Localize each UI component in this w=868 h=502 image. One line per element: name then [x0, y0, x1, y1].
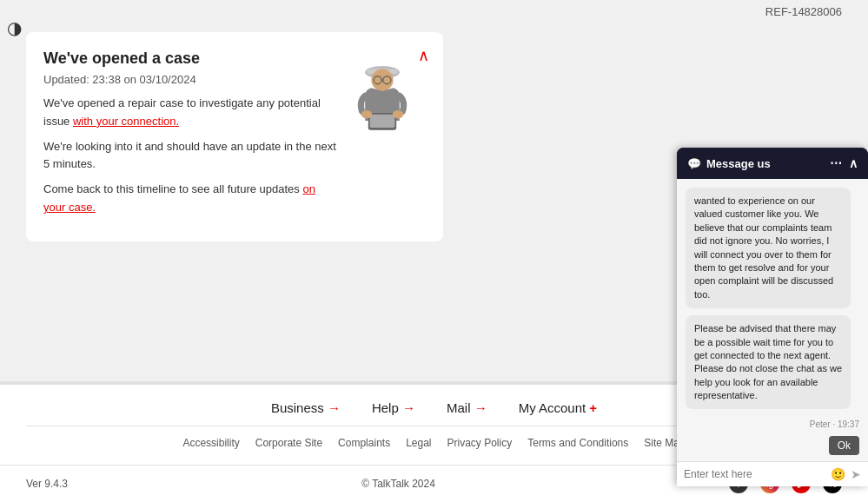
- nav-business[interactable]: Business →: [271, 400, 341, 415]
- nav-my-account[interactable]: My Account +: [519, 400, 597, 415]
- chat-minimize-icon[interactable]: ∧: [849, 156, 858, 170]
- case-link[interactable]: on your case.: [43, 182, 315, 214]
- chat-header-left: 💬 Message us: [687, 157, 771, 170]
- chat-header: 💬 Message us ⋯ ∧: [677, 148, 868, 179]
- chat-message-1: wanted to experience on our valued custo…: [686, 188, 851, 308]
- ref-number: REF-14828006: [0, 0, 868, 18]
- chat-emoji-button[interactable]: 🙂: [831, 467, 845, 481]
- case-updated: Updated: 23:38 on 03/10/2024: [43, 73, 339, 86]
- chat-message-2: Please be advised that there may be a po…: [686, 315, 851, 409]
- chat-timestamp-peter: Peter · 19:37: [686, 419, 859, 429]
- footer-complaints[interactable]: Complaints: [338, 437, 390, 449]
- chat-bubble-icon: 💬: [687, 157, 701, 170]
- page-wrapper: ◑ REF-14828006 We've opened a case Updat…: [0, 0, 868, 502]
- chat-messages[interactable]: wanted to experience on our valued custo…: [677, 179, 868, 461]
- footer-terms-conditions[interactable]: Terms and Conditions: [527, 437, 628, 449]
- chat-input-area: 🙂 ➤: [677, 461, 868, 486]
- nav-mail[interactable]: Mail →: [447, 400, 487, 415]
- chevron-up-button[interactable]: ∧: [418, 46, 429, 65]
- version-label: Ver 9.4.3: [26, 478, 68, 490]
- case-content: We've opened a case Updated: 23:38 on 03…: [43, 50, 339, 224]
- case-para1: We've opened a repair case to investigat…: [43, 95, 339, 131]
- chat-send-button[interactable]: ➤: [851, 467, 861, 481]
- case-illustration-container: [339, 50, 426, 145]
- svg-point-9: [393, 110, 404, 118]
- ok-button[interactable]: Ok: [829, 436, 859, 455]
- svg-rect-7: [370, 115, 395, 128]
- copyright-label: © TalkTalk 2024: [361, 478, 435, 490]
- business-arrow: →: [328, 400, 341, 415]
- footer-corporate-site[interactable]: Corporate Site: [255, 437, 322, 449]
- mail-arrow: →: [474, 400, 487, 415]
- worker-illustration: [343, 50, 421, 145]
- svg-point-8: [361, 110, 373, 118]
- chat-more-icon[interactable]: ⋯: [830, 156, 842, 170]
- case-para2: We're looking into it and should have an…: [43, 138, 339, 175]
- footer-privacy-policy[interactable]: Privacy Policy: [447, 437, 513, 449]
- chat-widget: 💬 Message us ⋯ ∧ wanted to experience on…: [677, 148, 868, 486]
- case-card: We've opened a case Updated: 23:38 on 03…: [26, 32, 443, 241]
- chat-input[interactable]: [684, 468, 825, 480]
- case-title: We've opened a case: [43, 50, 339, 68]
- case-card-header: We've opened a case Updated: 23:38 on 03…: [43, 50, 426, 224]
- nav-help[interactable]: Help →: [372, 400, 415, 415]
- footer-accessibility[interactable]: Accessibility: [182, 437, 239, 449]
- connection-link[interactable]: with your connection.: [73, 115, 179, 128]
- footer-legal[interactable]: Legal: [406, 437, 431, 449]
- case-body: We've opened a repair case to investigat…: [43, 95, 339, 217]
- help-arrow: →: [402, 400, 415, 415]
- status-icon: ◑: [7, 17, 22, 38]
- account-arrow: +: [589, 400, 597, 415]
- chat-header-controls: ⋯ ∧: [830, 156, 858, 170]
- chat-header-label: Message us: [706, 157, 771, 170]
- case-para3: Come back to this timeline to see all fu…: [43, 181, 339, 217]
